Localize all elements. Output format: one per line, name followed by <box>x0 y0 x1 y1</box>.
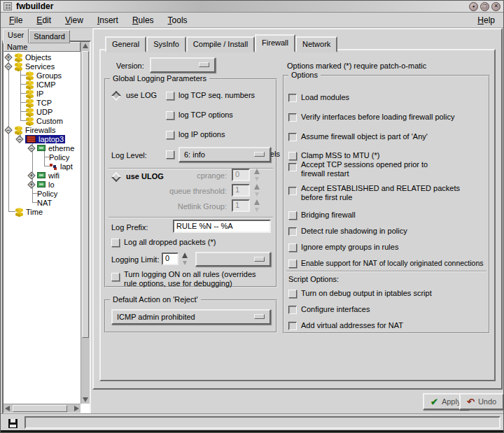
tree-item-icmp[interactable]: ICMP <box>4 80 80 89</box>
detect-shadowing-checkbox-row[interactable]: Detect rule shadowing in policy <box>288 227 407 236</box>
tab-standard[interactable]: Standard <box>29 30 70 43</box>
checkbox[interactable] <box>288 133 297 141</box>
checkbox[interactable] <box>111 273 120 281</box>
checkbox[interactable] <box>288 211 297 220</box>
nat-local-checkbox-row[interactable]: Enable support for NAT of locally origin… <box>288 259 484 268</box>
logging-limit-spin-arrows[interactable] <box>181 253 190 265</box>
checkbox[interactable] <box>166 111 174 120</box>
checkbox[interactable] <box>288 163 297 171</box>
checkbox[interactable] <box>288 113 297 122</box>
expander-icon[interactable] <box>27 171 35 179</box>
expander-icon[interactable] <box>15 135 23 143</box>
log-prefix-input[interactable]: RULE %N -- %A <box>173 220 271 233</box>
menu-tools[interactable]: Tools <box>161 13 195 27</box>
cprange-spin-arrows[interactable] <box>253 169 262 181</box>
menu-rules[interactable]: Rules <box>125 13 161 27</box>
tree-vertical-scrollbar[interactable] <box>80 42 90 404</box>
tree-item-time[interactable]: Time <box>4 207 80 216</box>
menu-insert[interactable]: Insert <box>90 13 125 27</box>
save-button[interactable] <box>4 417 21 430</box>
verify-interfaces-checkbox-row[interactable]: Verify interfaces before loading firewal… <box>288 113 455 122</box>
checkbox[interactable] <box>288 243 297 252</box>
netlink-group-spinbox[interactable]: 1 <box>232 199 250 212</box>
expander-icon[interactable] <box>27 180 35 188</box>
checkbox[interactable] <box>111 239 120 247</box>
tree-item-tcp[interactable]: TCP <box>4 98 80 107</box>
tree-item-ethernet[interactable]: etherne <box>4 143 80 152</box>
undo-button[interactable]: ↶ Undo <box>459 393 504 410</box>
scroll-left-icon[interactable] <box>5 406 10 411</box>
checkbox[interactable] <box>288 260 297 268</box>
ignore-empty-groups-checkbox-row[interactable]: Ignore empty groups in rules <box>288 243 398 252</box>
tree-column-header[interactable]: Name <box>4 42 80 52</box>
expander-icon[interactable] <box>4 62 12 70</box>
tree-item-firewalls[interactable]: Firewalls <box>4 125 80 134</box>
checkbox[interactable] <box>166 92 174 100</box>
checkbox[interactable] <box>166 131 174 139</box>
queue-threshold-spin-arrows[interactable] <box>253 184 262 197</box>
checkbox[interactable] <box>288 152 297 160</box>
tab-network[interactable]: Network <box>295 36 337 52</box>
tree-item-laptop3[interactable]: laptop3 <box>4 134 80 143</box>
tree-item-udp[interactable]: UDP <box>4 107 80 116</box>
tab-sysinfo[interactable]: SysInfo <box>146 36 186 52</box>
tab-general[interactable]: General <box>105 36 146 52</box>
use-log-radio[interactable] <box>111 91 121 101</box>
tree-item-laptop-ip[interactable]: lapt <box>4 162 80 171</box>
tree-item-groups[interactable]: Groups <box>4 71 80 80</box>
tree-item-wifi[interactable]: wifi <box>4 171 80 180</box>
virtual-addresses-checkbox-row[interactable]: Add virtual addresses for NAT <box>288 321 403 330</box>
accept-established-checkbox-row[interactable]: Accept ESTABLISHED and RELATED packets b… <box>288 184 465 202</box>
version-dropdown[interactable] <box>150 57 216 73</box>
log-level-dropdown[interactable]: 6: info <box>178 147 271 162</box>
close-button[interactable] <box>491 2 500 11</box>
debug-output-checkbox-row[interactable]: Turn on debug output in iptables script <box>288 289 432 298</box>
tree-item-ip[interactable]: IP <box>4 89 80 98</box>
tree-item-policy-eth[interactable]: Policy <box>4 152 80 162</box>
sticky-pin-button[interactable] <box>469 2 478 11</box>
checkbox[interactable] <box>288 227 297 236</box>
menu-help[interactable]: Help <box>470 13 502 27</box>
menu-view[interactable]: View <box>58 13 90 27</box>
tree-horizontal-scrollbar[interactable] <box>4 404 80 413</box>
scroll-right-icon[interactable] <box>74 406 79 411</box>
menu-edit[interactable]: Edit <box>29 13 58 27</box>
checkbox[interactable] <box>288 306 297 314</box>
tab-compile-install[interactable]: Compile / Install <box>186 36 255 52</box>
bridging-firewall-checkbox-row[interactable]: Bridging firewall <box>288 211 356 220</box>
tree-item-objects[interactable]: Objects <box>4 52 80 62</box>
expander-icon[interactable] <box>4 126 12 134</box>
clamp-mss-checkbox-row[interactable]: Clamp MSS to MTU (*) <box>288 151 379 160</box>
tree-item-custom[interactable]: Custom <box>4 116 80 125</box>
checkbox[interactable] <box>288 94 297 102</box>
accept-tcp-sessions-checkbox-row[interactable]: Accept TCP sessions opened prior to fire… <box>288 160 449 178</box>
checkbox[interactable] <box>288 290 297 298</box>
expander-icon[interactable] <box>27 144 35 152</box>
turn-logging-on-checkbox-row[interactable]: Turn logging ON on all rules (overrides … <box>111 270 270 288</box>
reject-action-dropdown[interactable]: ICMP admin prohibited <box>111 309 271 325</box>
maximize-button[interactable] <box>480 2 489 11</box>
expander-icon[interactable] <box>4 53 12 61</box>
log-dropped-checkbox-row[interactable]: Log all dropped packets (*) <box>111 238 216 247</box>
queue-threshold-spinbox[interactable]: 1 <box>232 184 250 197</box>
log-tcp-options-checkbox-row[interactable]: log TCP options <box>166 111 233 120</box>
logging-limit-spinbox[interactable]: 0 <box>162 253 178 265</box>
tree-item-services[interactable]: Services <box>4 62 80 71</box>
log-tcp-seq-checkbox-row[interactable]: log TCP seq. numbers <box>166 91 255 100</box>
tree-item-nat[interactable]: NAT <box>4 198 80 207</box>
logging-limit-unit-dropdown[interactable] <box>195 252 271 267</box>
tree-item-policy[interactable]: Policy <box>4 189 80 198</box>
tab-user[interactable]: User <box>3 29 29 43</box>
netlink-group-spin-arrows[interactable] <box>253 199 262 212</box>
checkbox[interactable] <box>288 187 297 195</box>
tree-item-lo[interactable]: lo <box>4 180 80 189</box>
scroll-thumb[interactable] <box>13 405 67 412</box>
tab-firewall[interactable]: Firewall <box>255 34 295 52</box>
use-log-radio-row[interactable]: use LOG <box>111 91 157 100</box>
load-modules-checkbox-row[interactable]: Load modules <box>288 93 349 102</box>
cprange-spinbox[interactable]: 0 <box>232 169 250 181</box>
menu-file[interactable]: File <box>2 13 29 27</box>
log-ip-options-checkbox-row[interactable]: log IP options <box>166 130 225 139</box>
scroll-up-icon[interactable] <box>83 43 88 48</box>
checkbox[interactable] <box>166 150 174 159</box>
